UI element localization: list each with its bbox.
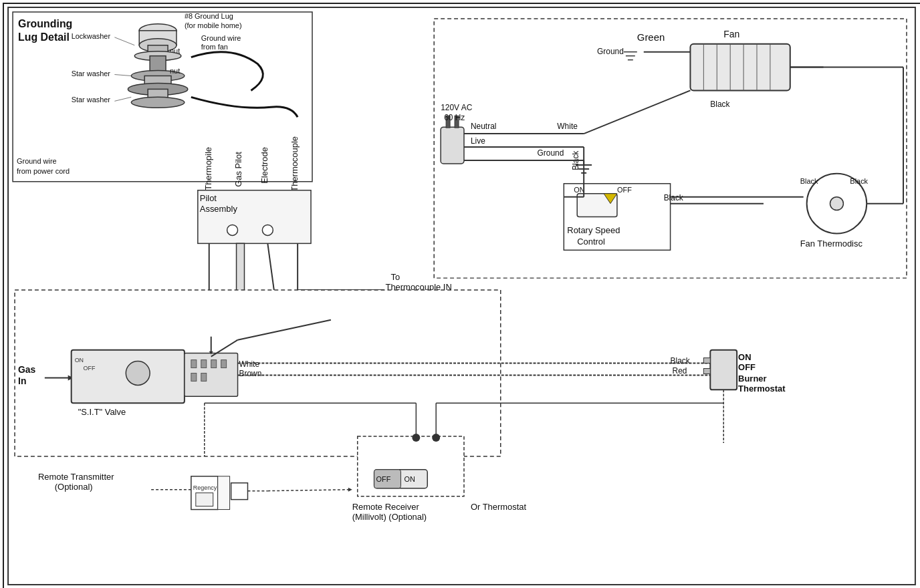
thermocouple-label: Thermocouple	[290, 136, 300, 192]
ground-wire-cord-label2: from power cord	[17, 167, 70, 175]
electrode-label: Electrode	[259, 147, 269, 184]
burner-black-label: Black	[671, 356, 690, 365]
ground-wire-cord-label: Ground wire	[17, 157, 57, 165]
voltage-label: 120V AC	[441, 103, 472, 112]
sit-valve-label: "S.I.T" Valve	[78, 407, 126, 417]
remote-receiver-label: Remote Receiver	[352, 502, 420, 512]
svg-rect-103	[196, 493, 213, 506]
svg-point-61	[830, 197, 843, 210]
fan-label: Fan	[723, 29, 739, 39]
burner-red-label: Red	[673, 366, 687, 376]
svg-rect-79	[201, 360, 207, 368]
green-label: Green	[637, 31, 665, 43]
svg-rect-83	[201, 373, 207, 381]
pilot-assembly-label: Pilot	[200, 193, 217, 203]
svg-point-76	[126, 361, 150, 386]
live-label: Live	[471, 136, 485, 146]
to-thermocouple-label: To	[390, 272, 400, 282]
thermodisc-black-label1: Black	[800, 177, 818, 185]
svg-rect-37	[441, 127, 464, 164]
neutral-label: Neutral	[471, 122, 496, 131]
rotary-off-label: OFF	[617, 186, 632, 194]
rotary-speed-label: Rotary Speed	[567, 225, 620, 235]
diagram-container: Grounding Lug Detail nut Lockwasher Star…	[3, 3, 920, 588]
ground-wire-fan-label2: from fan	[201, 43, 228, 51]
svg-rect-82	[191, 373, 197, 381]
valve-text2: OFF	[84, 365, 96, 372]
rotary-control-label: Control	[577, 237, 605, 247]
burner-on-label: ON	[738, 352, 751, 362]
thermodisc-black-label2: Black	[850, 177, 868, 185]
svg-rect-78	[191, 360, 197, 368]
millivolt-label: (Millivolt) (Optional)	[352, 512, 427, 522]
svg-point-12	[131, 97, 185, 108]
gas-in-label2: In	[18, 376, 26, 386]
ground-plug-label: Ground	[537, 148, 564, 158]
ground-lug-label: #8 Ground Lug	[185, 12, 233, 20]
ground-lug-label2: (for mobile home)	[185, 21, 242, 29]
ground-wire-fan-label: Ground wire	[201, 34, 241, 42]
svg-rect-89	[703, 358, 710, 363]
svg-rect-88	[710, 350, 737, 390]
burner-label: Burner	[738, 374, 766, 384]
thermostat-label: Thermostat	[738, 384, 786, 394]
grounding-lug-title2: Lug Detail	[18, 31, 70, 43]
svg-rect-90	[703, 369, 710, 374]
fan-black-label: Black	[710, 100, 729, 109]
svg-rect-81	[221, 360, 227, 368]
ground-top-label: Ground	[597, 47, 624, 56]
white-neutral-label: White	[557, 122, 578, 131]
burner-off-label: OFF	[738, 362, 756, 372]
star-washer-label2: Star washer	[72, 96, 111, 104]
brown-wire-label: Brown	[239, 369, 262, 378]
gas-in-label: Gas	[18, 364, 36, 375]
gas-pilot-label: Gas Pilot	[233, 152, 243, 187]
fan-thermodisc-label: Fan Thermodisc	[800, 239, 863, 249]
star-washer-label1: Star washer	[72, 69, 111, 78]
svg-rect-104	[231, 483, 248, 500]
on-label: ON	[404, 475, 415, 483]
tx-text: Regency	[193, 484, 217, 491]
pilot-assembly-label2: Assembly	[200, 204, 238, 214]
remote-transmitter-optional: (Optional)	[55, 482, 93, 492]
lockwasher-label: Lockwasher	[72, 32, 111, 40]
remote-transmitter-label: Remote Transmitter	[38, 472, 114, 482]
svg-rect-108	[218, 476, 230, 510]
nut-label2: nut	[170, 67, 180, 75]
valve-text: ON	[75, 357, 84, 363]
or-thermostat-label: Or Thermostat	[471, 502, 527, 512]
thermopile-label: Thermopile	[203, 147, 213, 190]
hz-label: 60 Hz	[444, 113, 465, 122]
svg-rect-46	[690, 44, 790, 91]
svg-rect-80	[211, 360, 217, 368]
off-label: OFF	[376, 475, 391, 483]
svg-point-17	[227, 225, 238, 235]
grounding-lug-title: Grounding	[18, 18, 72, 29]
svg-point-18	[262, 225, 273, 235]
